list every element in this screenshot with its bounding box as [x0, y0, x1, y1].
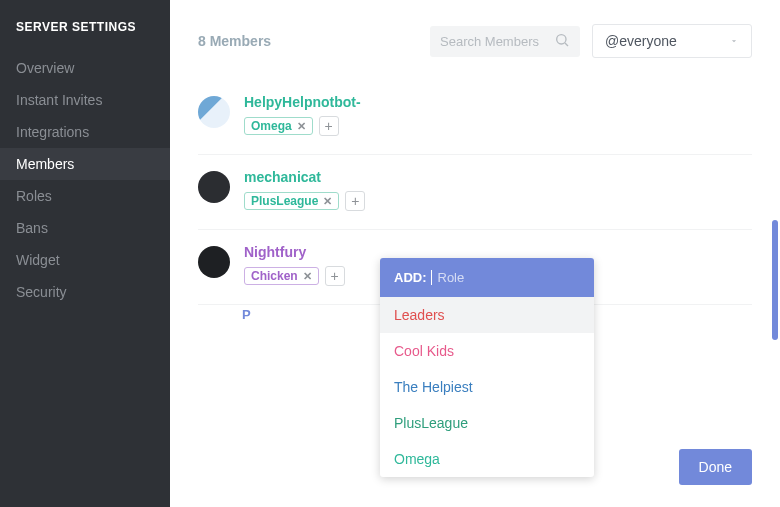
popover-header[interactable]: ADD: Role — [380, 258, 594, 297]
sidebar-title: SERVER SETTINGS — [0, 10, 170, 52]
avatar — [198, 171, 230, 203]
member-count: 8 Members — [198, 33, 418, 49]
nav-label: Integrations — [16, 124, 89, 140]
role-option[interactable]: PlusLeague — [380, 405, 594, 441]
sidebar: SERVER SETTINGS Overview Instant Invites… — [0, 0, 170, 507]
nav-label: Widget — [16, 252, 60, 268]
avatar — [198, 96, 230, 128]
member-row: HelpyHelpnotbot- Omega ✕ + — [198, 80, 752, 155]
main-panel: 8 Members @everyone HelpyHelpnotbot- — [170, 0, 780, 507]
member-row: mechanicat PlusLeague ✕ + — [198, 155, 752, 230]
sidebar-item-instant-invites[interactable]: Instant Invites — [0, 84, 170, 116]
role-filter-value: @everyone — [605, 33, 677, 49]
add-role-button[interactable]: + — [345, 191, 365, 211]
role-option[interactable]: Cool Kids — [380, 333, 594, 369]
role-filter-select[interactable]: @everyone — [592, 24, 752, 58]
text-caret-icon — [431, 270, 432, 285]
add-role-button[interactable]: + — [319, 116, 339, 136]
member-username: mechanicat — [244, 169, 365, 185]
role-option-label: PlusLeague — [394, 415, 468, 431]
add-role-button[interactable]: + — [325, 266, 345, 286]
avatar — [198, 246, 230, 278]
search-icon — [554, 32, 570, 51]
scrollbar-thumb[interactable] — [772, 220, 778, 340]
chevron-down-icon — [729, 33, 739, 49]
role-chip[interactable]: Chicken ✕ — [244, 267, 319, 285]
role-chip[interactable]: Omega ✕ — [244, 117, 313, 135]
role-option[interactable]: Omega — [380, 441, 594, 477]
sidebar-item-overview[interactable]: Overview — [0, 52, 170, 84]
done-button[interactable]: Done — [679, 449, 752, 485]
nav-label: Instant Invites — [16, 92, 102, 108]
member-username: HelpyHelpnotbot- — [244, 94, 361, 110]
role-option-label: Leaders — [394, 307, 445, 323]
nav-label: Bans — [16, 220, 48, 236]
popover-placeholder: Role — [438, 270, 465, 285]
search-wrapper[interactable] — [430, 26, 580, 57]
member-info: Nightfury Chicken ✕ + — [244, 244, 345, 286]
role-chip-label: PlusLeague — [251, 194, 318, 208]
role-chips: Chicken ✕ + — [244, 266, 345, 286]
sidebar-item-bans[interactable]: Bans — [0, 212, 170, 244]
sidebar-item-security[interactable]: Security — [0, 276, 170, 308]
nav-label: Members — [16, 156, 74, 172]
role-option-label: The Helpiest — [394, 379, 473, 395]
role-chip-label: Omega — [251, 119, 292, 133]
remove-role-icon[interactable]: ✕ — [323, 195, 332, 208]
sidebar-item-integrations[interactable]: Integrations — [0, 116, 170, 148]
svg-point-0 — [557, 34, 566, 43]
add-role-popover: ADD: Role Leaders Cool Kids The Helpiest… — [380, 258, 594, 477]
remove-role-icon[interactable]: ✕ — [297, 120, 306, 133]
role-option[interactable]: Leaders — [380, 297, 594, 333]
sidebar-item-roles[interactable]: Roles — [0, 180, 170, 212]
role-chip[interactable]: PlusLeague ✕ — [244, 192, 339, 210]
role-option-label: Omega — [394, 451, 440, 467]
role-option-label: Cool Kids — [394, 343, 454, 359]
sidebar-item-widget[interactable]: Widget — [0, 244, 170, 276]
topbar: 8 Members @everyone — [170, 0, 780, 70]
app-root: SERVER SETTINGS Overview Instant Invites… — [0, 0, 780, 507]
remove-role-icon[interactable]: ✕ — [303, 270, 312, 283]
member-info: HelpyHelpnotbot- Omega ✕ + — [244, 94, 361, 136]
role-chips: PlusLeague ✕ + — [244, 191, 365, 211]
role-chip-label: Chicken — [251, 269, 298, 283]
nav-label: Security — [16, 284, 67, 300]
nav-label: Roles — [16, 188, 52, 204]
role-option[interactable]: The Helpiest — [380, 369, 594, 405]
member-info: mechanicat PlusLeague ✕ + — [244, 169, 365, 211]
svg-line-1 — [565, 43, 568, 46]
search-input[interactable] — [440, 34, 554, 49]
sidebar-item-members[interactable]: Members — [0, 148, 170, 180]
role-chips: Omega ✕ + — [244, 116, 361, 136]
nav-label: Overview — [16, 60, 74, 76]
member-username: Nightfury — [244, 244, 345, 260]
popover-add-label: ADD: — [394, 270, 427, 285]
